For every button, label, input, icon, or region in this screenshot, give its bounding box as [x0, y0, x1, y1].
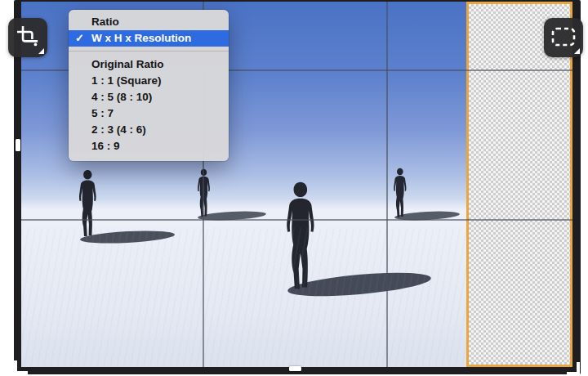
- menu-item-2-3[interactable]: 2 : 3 (4 : 6): [69, 122, 229, 138]
- menu-item-original-ratio[interactable]: Original Ratio: [69, 56, 229, 73]
- figure-shadow: [287, 268, 431, 300]
- grid-line-vertical-2: [386, 2, 388, 367]
- menu-separator: [69, 51, 229, 51]
- grid-line-horizontal-2: [21, 219, 572, 221]
- crop-icon: [17, 26, 38, 50]
- selection-handle-bottom-right[interactable]: [567, 362, 580, 375]
- crop-handle-bottom-left[interactable]: [14, 360, 28, 374]
- ratio-menu: Ratio ✓ W x H x Resolution Original Rati…: [69, 10, 229, 161]
- menu-item-5-7[interactable]: 5 : 7: [69, 105, 229, 122]
- flyout-indicator: [38, 48, 44, 54]
- crop-editor: Ratio ✓ W x H x Resolution Original Rati…: [0, 0, 588, 376]
- marquee-icon: [550, 24, 577, 52]
- menu-item-wxh-resolution[interactable]: ✓ W x H x Resolution: [69, 30, 229, 47]
- figure-shadow: [80, 229, 176, 245]
- menu-item-1-1-square[interactable]: 1 : 1 (Square): [69, 73, 229, 89]
- menu-item-16-9[interactable]: 16 : 9: [69, 138, 229, 154]
- crop-tool-button[interactable]: [8, 18, 47, 57]
- selection-tool-button[interactable]: [544, 18, 583, 57]
- flyout-indicator: [574, 48, 580, 54]
- crop-handle-left-middle[interactable]: [16, 139, 20, 151]
- menu-header-ratio: Ratio: [69, 14, 229, 30]
- checkmark-icon: ✓: [75, 30, 84, 47]
- mannequin-figure: [287, 182, 314, 289]
- menu-item-4-5[interactable]: 4 : 5 (8 : 10): [69, 89, 229, 105]
- mannequin-figure: [394, 168, 406, 217]
- crop-handle-bottom-middle[interactable]: [289, 366, 301, 371]
- mannequin-figure: [79, 170, 96, 236]
